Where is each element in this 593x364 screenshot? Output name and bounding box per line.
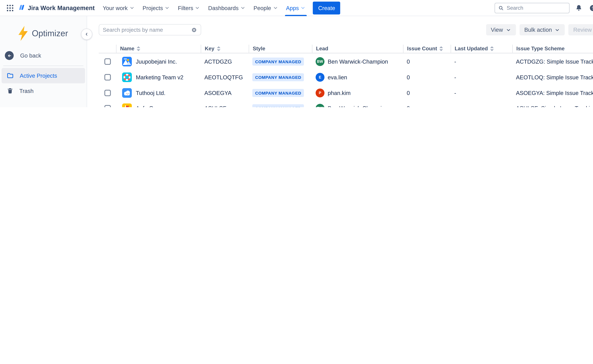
chevron-down-icon <box>129 5 135 10</box>
review-changes-button[interactable]: Review changes <box>568 24 593 35</box>
project-name-cell: Tuthooj Ltd. <box>116 88 201 98</box>
toolbar-actions: View Bulk action Review changes <box>486 24 593 35</box>
table-row[interactable]: Tuthooj Ltd. ASOEGYA COMPANY MANAGED P p… <box>99 85 593 101</box>
nav-item-projects[interactable]: Projects <box>139 0 174 16</box>
chevron-down-icon <box>300 5 306 10</box>
table-row[interactable]: Juupobejani Inc. ACTDGZG COMPANY MANAGED… <box>99 54 593 69</box>
project-style-cell: COMPANY MANAGED <box>249 89 312 97</box>
nav-item-dashboards[interactable]: Dashboards <box>204 0 249 16</box>
chevron-down-icon <box>240 5 245 10</box>
folder-icon <box>7 72 14 80</box>
lead-avatar: E <box>316 73 324 82</box>
project-name[interactable]: Juupobejani Inc. <box>136 58 177 65</box>
go-back-button[interactable]: Go back <box>5 51 41 60</box>
table-header-divider <box>99 53 593 53</box>
lead-avatar: BW <box>316 104 324 107</box>
app-switcher-button[interactable] <box>4 2 16 14</box>
bulk-action-button[interactable]: Bulk action <box>519 24 565 35</box>
checkbox-cell <box>99 90 116 96</box>
project-search-placeholder: Search projects by name <box>103 27 191 33</box>
nav-item-apps[interactable]: Apps <box>282 0 310 16</box>
table-body: Juupobejani Inc. ACTDGZG COMPANY MANAGED… <box>99 54 593 107</box>
clear-search-icon[interactable] <box>191 27 197 33</box>
column-header-style: Style <box>249 45 312 52</box>
project-name[interactable]: Tuthooj Ltd. <box>136 90 165 96</box>
project-name[interactable]: Marketing Team v2 <box>136 74 183 80</box>
row-checkbox[interactable] <box>104 90 111 96</box>
main-content: Search projects by name View Bulk action… <box>87 16 593 107</box>
issue-type-scheme: AEOTLOQ: Simple Issue Tracking I... <box>512 74 593 80</box>
checkbox-cell <box>99 105 116 107</box>
create-button[interactable]: Create <box>313 1 340 14</box>
column-header-lead: Lead <box>312 45 403 52</box>
style-badge: COMPANY MANAGED <box>252 89 304 97</box>
sort-icon <box>137 46 141 51</box>
column-header-last-updated[interactable]: Last Updated <box>451 45 512 52</box>
lead-cell: P phan.kim <box>312 88 403 97</box>
column-header-issue-type-scheme: Issue Type Scheme <box>512 45 593 52</box>
project-name-cell: Marketing Team v2 <box>116 72 201 82</box>
row-checkbox[interactable] <box>104 74 111 80</box>
row-checkbox[interactable] <box>104 58 111 65</box>
sidebar: Optimizer Go back Active Projects Trash … <box>0 16 87 107</box>
chevron-down-icon <box>555 27 560 32</box>
column-header-name[interactable]: Name <box>116 45 201 52</box>
product-title: Jira Work Management <box>28 4 95 11</box>
nav-item-people[interactable]: People <box>249 0 282 16</box>
sidebar-item-active-projects[interactable]: Active Projects <box>2 68 85 83</box>
chevron-down-icon <box>195 5 200 10</box>
project-avatar-icon <box>122 88 132 98</box>
global-search-input[interactable]: Search <box>495 3 570 13</box>
app-title: Optimizer <box>32 29 68 38</box>
help-button[interactable]: ? <box>587 2 593 14</box>
nav-icon-group: ? JR <box>573 2 593 14</box>
issue-count: 0 <box>403 58 451 65</box>
project-style-cell: COMPANY MANAGED <box>249 58 312 66</box>
checkbox-cell <box>99 74 116 80</box>
jira-brand[interactable]: Jira Work Management <box>16 4 99 12</box>
sidebar-collapse-button[interactable] <box>81 29 92 40</box>
project-key: ASULSF <box>201 105 249 107</box>
toolbar: Search projects by name View Bulk action… <box>99 24 593 35</box>
table-row[interactable]: Agfo Group ASULSF COMPANY MANAGED BW Ben… <box>99 101 593 107</box>
issue-type-scheme: ASULSF: Simple Issue Tracking Iss... <box>512 105 593 107</box>
global-search-placeholder: Search <box>507 5 523 11</box>
notifications-button[interactable] <box>573 2 585 14</box>
issue-count: 0 <box>403 105 451 107</box>
help-icon: ? <box>589 4 593 12</box>
project-name[interactable]: Agfo Group <box>136 105 165 107</box>
style-badge: COMPANY MANAGED <box>252 58 304 66</box>
issue-count: 0 <box>403 74 451 80</box>
style-badge: COMPANY MANAGED <box>252 73 304 81</box>
project-style-cell: COMPANY MANAGED <box>249 104 312 107</box>
issue-type-scheme: ACTDGZG: Simple Issue Tracking I... <box>512 58 593 65</box>
grid-icon <box>7 5 13 11</box>
chevron-down-icon <box>506 27 511 32</box>
chevron-down-icon <box>165 5 170 10</box>
lead-cell: BW Ben Warwick-Champion <box>312 57 403 66</box>
view-button[interactable]: View <box>486 24 516 35</box>
project-name-cell: Agfo Group <box>116 104 201 107</box>
table-row[interactable]: Marketing Team v2 AEOTLOQTFG COMPANY MAN… <box>99 70 593 85</box>
bell-icon <box>575 4 583 12</box>
sort-icon <box>490 46 494 51</box>
checkbox-cell <box>99 58 116 65</box>
lead-avatar: BW <box>316 57 324 66</box>
svg-text:?: ? <box>592 6 593 10</box>
sidebar-item-trash[interactable]: Trash <box>2 83 85 99</box>
last-updated: - <box>451 58 512 65</box>
nav-item-your-work[interactable]: Your work <box>99 0 139 16</box>
last-updated: - <box>451 90 512 96</box>
top-nav: Jira Work Management Your work Projects … <box>0 0 593 16</box>
app-window: Jira Work Management Your work Projects … <box>0 0 593 107</box>
project-search-input[interactable]: Search projects by name <box>99 24 201 35</box>
header-checkbox-spacer <box>99 45 116 52</box>
project-name-cell: Juupobejani Inc. <box>116 57 201 66</box>
row-checkbox[interactable] <box>104 105 111 107</box>
project-key: ACTDGZG <box>201 58 249 65</box>
nav-item-filters[interactable]: Filters <box>174 0 204 16</box>
column-header-key[interactable]: Key <box>201 45 249 52</box>
chevron-down-icon <box>273 5 278 10</box>
column-header-issue-count[interactable]: Issue Count <box>403 45 451 52</box>
sort-icon <box>217 46 221 51</box>
